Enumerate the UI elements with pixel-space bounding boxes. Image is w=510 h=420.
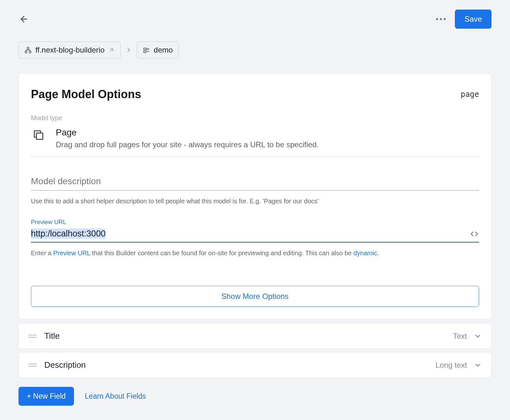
more-menu-button[interactable] bbox=[434, 13, 447, 25]
more-horizontal-icon bbox=[435, 18, 446, 21]
svg-line-7 bbox=[110, 49, 113, 51]
svg-point-3 bbox=[444, 18, 446, 20]
preview-url-link[interactable]: Preview URL bbox=[53, 250, 90, 257]
field-type: Text bbox=[453, 332, 467, 341]
learn-about-fields-link[interactable]: Learn About Fields bbox=[85, 392, 146, 401]
model-icon bbox=[143, 47, 150, 54]
model-type-name: Page bbox=[56, 127, 319, 138]
field-type: Long text bbox=[435, 361, 467, 370]
svg-rect-13 bbox=[36, 133, 43, 139]
svg-rect-17 bbox=[28, 366, 37, 367]
new-field-button[interactable]: + New Field bbox=[18, 387, 74, 406]
svg-rect-8 bbox=[144, 48, 146, 50]
breadcrumb-root-label: ff.next-blog-builderio bbox=[35, 46, 105, 54]
page-model-options-card: Page Model Options page Model type Page … bbox=[18, 73, 492, 319]
preview-url-help: Enter a Preview URL that this Builder co… bbox=[31, 248, 479, 258]
field-row[interactable]: Description Long text bbox=[18, 352, 492, 378]
preview-url-input[interactable]: http:/localhost:3000 bbox=[31, 229, 470, 239]
code-toggle-button[interactable] bbox=[470, 230, 479, 238]
show-more-options-button[interactable]: Show More Options bbox=[31, 286, 479, 307]
svg-rect-14 bbox=[28, 335, 37, 336]
field-row[interactable]: Title Text bbox=[18, 323, 492, 349]
breadcrumb-current-label: demo bbox=[154, 46, 173, 54]
breadcrumb-current[interactable]: demo bbox=[137, 41, 179, 59]
model-description-input[interactable] bbox=[31, 174, 479, 191]
model-type-description: Drag and drop full pages for your site -… bbox=[56, 140, 319, 149]
code-icon bbox=[470, 230, 479, 238]
chevron-right-icon bbox=[125, 47, 132, 54]
sitemap-icon bbox=[25, 47, 32, 54]
preview-url-label: Preview URL bbox=[31, 219, 479, 226]
svg-rect-16 bbox=[28, 364, 37, 365]
svg-rect-15 bbox=[28, 337, 37, 338]
svg-point-2 bbox=[440, 18, 442, 20]
back-button[interactable] bbox=[18, 14, 29, 25]
chevron-down-icon bbox=[474, 361, 482, 369]
open-external-icon bbox=[108, 47, 115, 53]
breadcrumb-separator bbox=[125, 47, 132, 54]
copy-icon bbox=[31, 127, 46, 143]
card-title: Page Model Options bbox=[31, 88, 141, 101]
preview-url-value: http:/localhost:3000 bbox=[31, 228, 106, 239]
drag-handle-icon[interactable] bbox=[28, 363, 37, 368]
drag-handle-icon[interactable] bbox=[28, 334, 37, 339]
model-type-row[interactable]: Page Drag and drop full pages for your s… bbox=[31, 127, 479, 156]
field-name: Description bbox=[44, 360, 86, 370]
card-tag: page bbox=[461, 90, 479, 99]
breadcrumb: ff.next-blog-builderio demo bbox=[18, 41, 492, 59]
field-name: Title bbox=[44, 331, 60, 341]
model-type-label: Model type bbox=[31, 114, 479, 122]
chevron-down-icon bbox=[474, 332, 482, 340]
svg-rect-9 bbox=[144, 51, 146, 53]
dynamic-link[interactable]: dynamic bbox=[353, 250, 377, 257]
breadcrumb-root[interactable]: ff.next-blog-builderio bbox=[18, 41, 121, 59]
model-description-help: Use this to add a short helper descripti… bbox=[31, 196, 479, 206]
arrow-left-icon bbox=[19, 14, 29, 24]
svg-point-1 bbox=[436, 18, 438, 20]
save-button[interactable]: Save bbox=[455, 10, 492, 29]
